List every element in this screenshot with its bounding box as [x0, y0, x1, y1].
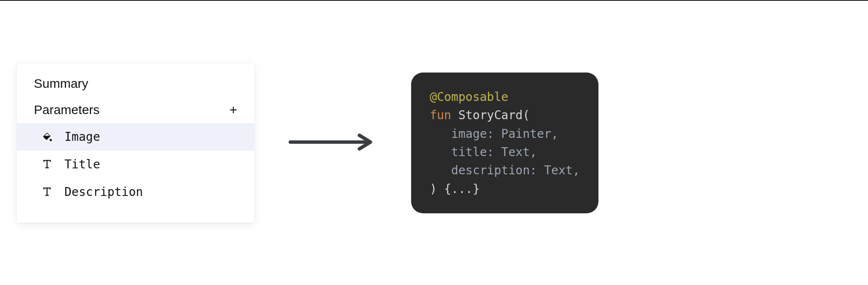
code-line: description: Text, [430, 161, 580, 179]
parameters-header: Parameters + [17, 97, 254, 123]
code-param-type: Text [501, 145, 530, 159]
code-param-name: description [451, 163, 530, 177]
parameters-heading[interactable]: Parameters [34, 103, 100, 117]
parameter-row-image[interactable]: Image [17, 123, 254, 151]
code-line: @Composable [430, 88, 580, 106]
code-param-name: image [451, 127, 487, 141]
parameter-row-description[interactable]: Description [17, 178, 254, 206]
text-type-icon [41, 185, 53, 198]
code-annotation: @Composable [430, 90, 508, 104]
summary-heading[interactable]: Summary [17, 64, 254, 97]
parameter-row-title[interactable]: Title [17, 151, 254, 178]
parameters-panel: Summary Parameters + Image Title Descrip… [17, 64, 254, 223]
code-param-name: title [451, 145, 487, 159]
code-line: title: Text, [430, 143, 580, 161]
code-snippet: @Composable fun StoryCard( image: Painte… [411, 73, 598, 213]
code-param-type: Painter [501, 127, 551, 141]
code-function-name: StoryCard [458, 108, 523, 122]
arrow-icon [288, 134, 377, 152]
svg-point-0 [50, 139, 52, 141]
code-line: ) {...} [430, 180, 580, 198]
image-fill-icon [41, 130, 53, 143]
code-line: fun StoryCard( [430, 106, 580, 124]
code-open-paren: ( [523, 108, 530, 122]
code-keyword-fun: fun [430, 108, 451, 122]
add-parameter-button[interactable]: + [229, 103, 237, 117]
parameter-label: Title [64, 157, 100, 171]
code-line: image: Painter, [430, 125, 580, 143]
parameter-label: Description [64, 185, 143, 199]
code-close-line: ) {...} [430, 182, 480, 196]
parameter-label: Image [64, 130, 100, 144]
code-param-type: Text [544, 163, 573, 177]
text-type-icon [41, 158, 53, 170]
